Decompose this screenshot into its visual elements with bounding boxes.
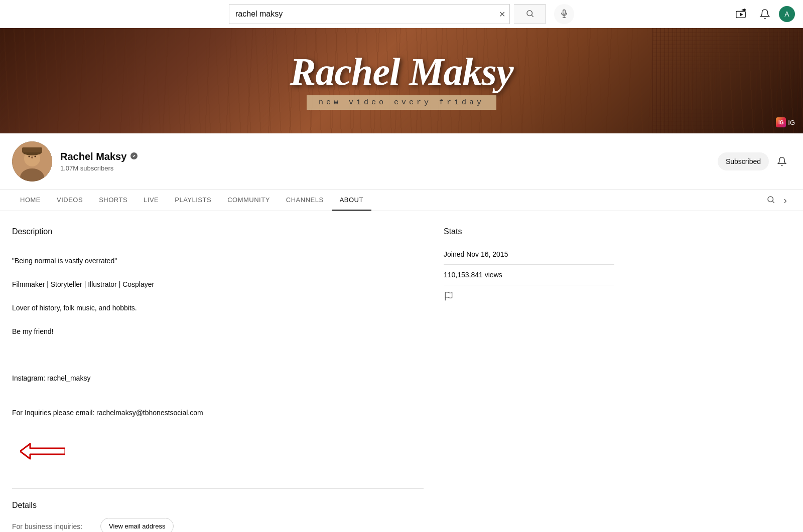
description-heading: Description bbox=[12, 227, 424, 236]
search-clear-button[interactable]: ✕ bbox=[495, 10, 509, 19]
tab-shorts[interactable]: SHORTS bbox=[91, 190, 136, 211]
joined-stat: Joined Nov 16, 2015 bbox=[444, 244, 614, 265]
svg-point-17 bbox=[768, 197, 773, 202]
search-bar: ✕ bbox=[229, 4, 510, 24]
tab-search-button[interactable] bbox=[762, 191, 779, 210]
banner-subtitle: new video every friday bbox=[307, 95, 496, 110]
svg-point-14 bbox=[29, 156, 30, 157]
description-text: "Being normal is vastly overrated" Filmm… bbox=[12, 244, 424, 476]
channel-meta: Rachel Maksy 1.07M subscribers bbox=[60, 151, 710, 172]
desc-line-3: Lover of history, folk music, and hobbit… bbox=[12, 302, 424, 313]
stats-section: Stats Joined Nov 16, 2015 110,153,841 vi… bbox=[444, 227, 614, 310]
left-column: Description "Being normal is vastly over… bbox=[12, 227, 424, 532]
search-button[interactable] bbox=[514, 4, 546, 24]
svg-point-13 bbox=[31, 156, 33, 158]
right-column: Stats Joined Nov 16, 2015 110,153,841 vi… bbox=[444, 227, 614, 532]
svg-point-15 bbox=[35, 156, 36, 157]
mic-icon bbox=[560, 9, 569, 20]
desc-inquiries-text: For Inquiries please email: rachelmaksy@… bbox=[12, 409, 203, 417]
channel-info-bar: Rachel Maksy 1.07M subscribers Subscribe… bbox=[0, 133, 803, 190]
tab-home[interactable]: HOME bbox=[12, 190, 49, 211]
tab-videos[interactable]: VIDEOS bbox=[49, 190, 91, 211]
description-section: Description "Being normal is vastly over… bbox=[12, 227, 424, 476]
tab-more-button[interactable]: › bbox=[779, 191, 791, 210]
banner-ig-link[interactable]: IG IG bbox=[776, 117, 795, 127]
tab-live[interactable]: LIVE bbox=[136, 190, 167, 211]
channel-tabs: HOME VIDEOS SHORTS LIVE PLAYLISTS COMMUN… bbox=[0, 190, 803, 211]
microphone-button[interactable] bbox=[554, 4, 574, 24]
avatar-label: A bbox=[784, 10, 789, 18]
view-email-button[interactable]: View email address bbox=[100, 518, 174, 532]
tab-community[interactable]: COMMUNITY bbox=[219, 190, 278, 211]
flag-icon bbox=[444, 291, 454, 304]
desc-line-inquiries: For Inquiries please email: rachelmaksy@… bbox=[12, 396, 424, 464]
desc-line-instagram: Instagram: rachel_maksy bbox=[12, 373, 424, 384]
channel-actions: Subscribed bbox=[718, 152, 791, 170]
tab-channels[interactable]: CHANNELS bbox=[278, 190, 332, 211]
chevron-right-icon: › bbox=[783, 195, 787, 206]
subscriber-count: 1.07M subscribers bbox=[60, 164, 710, 172]
svg-rect-12 bbox=[22, 147, 42, 152]
svg-line-18 bbox=[773, 201, 774, 203]
user-avatar-button[interactable]: A bbox=[779, 6, 795, 22]
search-icon bbox=[525, 9, 534, 20]
create-button[interactable] bbox=[731, 4, 751, 24]
desc-spacer bbox=[12, 349, 424, 361]
banner-content: Rachel Maksy new video every friday bbox=[290, 52, 513, 110]
svg-marker-19 bbox=[20, 444, 65, 459]
desc-line-4: Be my friend! bbox=[12, 326, 424, 337]
desc-line-1: "Being normal is vastly overrated" bbox=[12, 255, 424, 266]
desc-line-2: Filmmaker | Storyteller | Illustrator | … bbox=[12, 279, 424, 290]
tab-about[interactable]: ABOUT bbox=[332, 190, 371, 211]
nav-right-actions: A bbox=[731, 4, 795, 24]
banner-ig-label: IG bbox=[788, 119, 795, 126]
banner-title: Rachel Maksy bbox=[290, 52, 513, 91]
details-heading: Details bbox=[12, 501, 424, 510]
arrow-annotation bbox=[20, 430, 65, 464]
tab-playlists[interactable]: PLAYLISTS bbox=[167, 190, 219, 211]
notifications-button[interactable] bbox=[755, 4, 775, 24]
svg-point-0 bbox=[527, 11, 532, 16]
svg-line-1 bbox=[531, 15, 533, 17]
top-navigation: ✕ bbox=[0, 0, 803, 28]
channel-banner: Rachel Maksy new video every friday IG I… bbox=[0, 28, 803, 133]
divider-1 bbox=[12, 488, 424, 489]
instagram-icon: IG bbox=[776, 117, 786, 127]
views-stat: 110,153,841 views bbox=[444, 265, 614, 285]
close-icon: ✕ bbox=[499, 10, 505, 19]
about-content: Description "Being normal is vastly over… bbox=[0, 211, 703, 532]
business-row: For business inquiries: View email addre… bbox=[12, 518, 424, 532]
verified-icon bbox=[130, 152, 138, 161]
search-input[interactable] bbox=[229, 10, 495, 19]
svg-point-7 bbox=[744, 9, 746, 11]
channel-bell-button[interactable] bbox=[773, 152, 791, 170]
channel-avatar-image bbox=[12, 141, 52, 182]
svg-rect-2 bbox=[563, 10, 566, 14]
business-label: For business inquiries: bbox=[12, 522, 92, 530]
channel-name: Rachel Maksy bbox=[60, 151, 126, 162]
stats-heading: Stats bbox=[444, 227, 614, 236]
details-section: Details For business inquiries: View ema… bbox=[12, 501, 424, 532]
flag-button[interactable] bbox=[444, 285, 454, 310]
channel-avatar bbox=[12, 141, 52, 182]
channel-name-row: Rachel Maksy bbox=[60, 151, 710, 162]
svg-marker-6 bbox=[740, 13, 743, 16]
subscribe-button[interactable]: Subscribed bbox=[718, 152, 769, 170]
